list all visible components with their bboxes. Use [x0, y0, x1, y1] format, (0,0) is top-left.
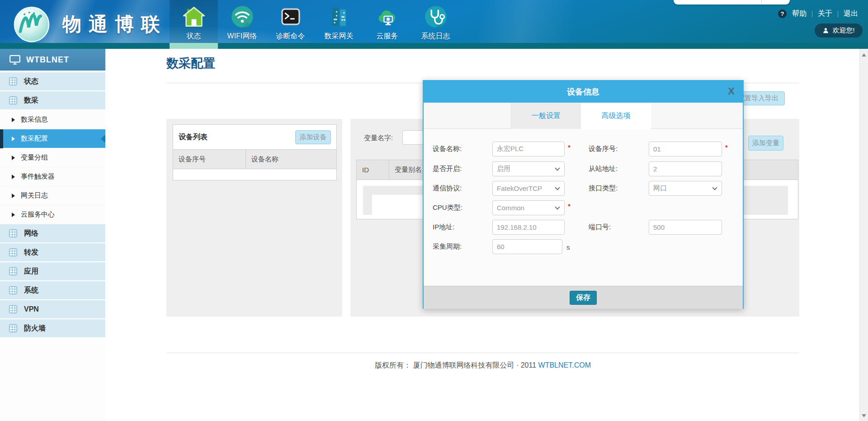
sidebar-item-gateway-logs[interactable]: 网关日志	[0, 186, 105, 205]
nav-item-gateway[interactable]: 数采网关	[315, 0, 363, 43]
sidebar-item-event-triggers[interactable]: 事件触发器	[0, 167, 105, 186]
cpu-type-select[interactable]: Common	[492, 200, 565, 215]
sidebar-item-data-acquisition[interactable]: 数采	[0, 91, 105, 110]
sidebar-item-variable-groups[interactable]: 变量分组	[0, 148, 105, 167]
required-marker: *	[568, 202, 571, 210]
welcome-text: 欢迎您!	[832, 26, 854, 35]
about-link[interactable]: 关于	[818, 9, 832, 19]
sidebar-item-label: 数采	[24, 96, 38, 105]
grid-icon	[8, 95, 18, 105]
form-row-4: CPU类型: Common *	[424, 200, 743, 215]
help-icon[interactable]: ?	[778, 9, 787, 18]
caret-right-icon	[12, 194, 15, 198]
brand-name: 物通博联	[62, 12, 167, 37]
home-icon	[182, 5, 206, 28]
enabled-label: 是否开启:	[433, 165, 462, 173]
tab-general-settings[interactable]: 一般设置	[511, 103, 581, 129]
add-variable-button[interactable]: 添加变量	[748, 136, 783, 151]
ip-address-input[interactable]: 192.168.2.10	[492, 220, 565, 235]
monitor-icon	[9, 54, 21, 66]
header-bottom-band	[0, 43, 868, 49]
scroll-down-arrow-icon[interactable]	[862, 414, 866, 417]
sidebar-item-label: 网关日志	[21, 191, 48, 200]
device-list-panel: 设备列表 添加设备 设备序号 设备名称	[166, 119, 342, 317]
nav-label: 数采网关	[325, 32, 354, 41]
sidebar-item-applications[interactable]: 应用	[0, 262, 105, 281]
save-button[interactable]: 保存	[570, 291, 597, 305]
welcome-badge[interactable]: 欢迎您!	[815, 24, 863, 38]
column-header-device-serial[interactable]: 设备序号	[173, 150, 246, 169]
terminal-icon	[279, 5, 302, 28]
search-popup-divider	[761, 0, 762, 3]
enabled-select[interactable]: 启用	[492, 161, 565, 176]
footer: 版权所有： 厦门物通博联网络科技有限公司 · 2011 WTBLNET.COM	[166, 361, 799, 370]
device-list-card: 设备列表 添加设备 设备序号 设备名称	[173, 124, 337, 180]
form-row-3: 通信协议: FatekOverTCP 接口类型: 网口	[424, 181, 743, 196]
nav-label: 系统日志	[421, 32, 450, 41]
nav-item-wifi[interactable]: WIFI网络	[218, 0, 266, 43]
sidebar-item-firewall[interactable]: 防火墙	[0, 319, 105, 338]
sidebar-item-acq-config[interactable]: 数采配置	[0, 129, 105, 148]
grid-icon	[8, 228, 18, 238]
sidebar-title: WTBLNET	[26, 55, 69, 65]
wtblnet-link[interactable]: WTBLNET.COM	[538, 361, 591, 369]
link-separator	[838, 11, 838, 17]
collect-period-input[interactable]: 60	[492, 239, 562, 254]
device-serial-label: 设备序号:	[589, 145, 618, 153]
protocol-select[interactable]: FatekOverTCP	[492, 181, 565, 196]
protocol-label: 通信协议:	[433, 184, 462, 193]
device-serial-input[interactable]: 01	[649, 142, 722, 156]
tab-advanced-options[interactable]: 高级选项	[581, 103, 651, 129]
interface-type-label: 接口类型:	[589, 184, 618, 193]
nav-item-status[interactable]: 状态	[170, 0, 218, 43]
logout-link[interactable]: 退出	[844, 9, 858, 19]
sidebar-item-label: 防火墙	[24, 324, 46, 333]
device-name-input[interactable]: 永宏PLC	[492, 142, 565, 156]
help-link[interactable]: 帮助	[792, 9, 807, 19]
scroll-up-arrow-icon[interactable]	[862, 53, 866, 57]
interface-type-value: 网口	[653, 184, 667, 193]
grid-icon	[8, 76, 18, 86]
protocol-value: FatekOverTCP	[497, 184, 542, 192]
caret-right-icon	[12, 137, 15, 141]
copyright-text: 版权所有： 厦门物通博联网络科技有限公司 · 2011	[375, 361, 536, 369]
footer-divider	[166, 353, 799, 353]
nav-item-cloud[interactable]: 云服务	[363, 0, 411, 43]
device-table-empty-row	[173, 169, 336, 180]
top-header: 物通博联 状态 WIFI网络	[0, 0, 868, 49]
sidebar-item-status[interactable]: 状态	[0, 72, 105, 91]
sidebar-item-system[interactable]: 系统	[0, 281, 105, 300]
nav-item-syslog[interactable]: 系统日志	[411, 0, 460, 43]
top-links: ? 帮助 关于 退出	[778, 9, 858, 19]
sidebar-header: WTBLNET	[0, 49, 105, 71]
add-device-button[interactable]: 添加设备	[295, 130, 331, 144]
device-table-header: 设备序号 设备名称	[173, 149, 336, 169]
grid-icon	[8, 247, 18, 257]
interface-type-select[interactable]: 网口	[649, 181, 722, 196]
port-input[interactable]: 500	[649, 220, 722, 235]
sidebar-item-forwarding[interactable]: 转发	[0, 243, 105, 262]
modal-footer: 保存	[424, 286, 743, 309]
nav-item-diagnostics[interactable]: 诊断命令	[266, 0, 315, 43]
variable-empty-inner	[372, 195, 427, 218]
slave-address-input[interactable]: 2	[649, 161, 722, 176]
sidebar-item-vpn[interactable]: VPN	[0, 300, 105, 319]
sidebar-item-network[interactable]: 网络	[0, 224, 105, 243]
nav-label: 诊断命令	[276, 32, 305, 41]
globe-logo-icon	[13, 5, 51, 43]
browser-search-popup[interactable]	[674, 0, 790, 5]
sidebar-item-label: 事件触发器	[21, 172, 55, 181]
caret-right-icon	[12, 118, 15, 122]
modal-tabs: 一般设置 高级选项	[424, 103, 743, 129]
sidebar-item-label: 数采配置	[21, 134, 48, 143]
variable-name-label: 变量名字:	[364, 134, 393, 142]
sidebar-item-cloud-center[interactable]: 云服务中心	[0, 205, 105, 224]
sidebar-item-acq-info[interactable]: 数采信息	[0, 110, 105, 129]
column-header-device-name[interactable]: 设备名称	[246, 150, 336, 169]
column-header-id[interactable]: ID	[357, 160, 389, 180]
scrollbar[interactable]	[859, 49, 868, 421]
caret-right-icon	[12, 213, 15, 217]
close-icon[interactable]: X	[728, 85, 735, 97]
chevron-down-icon	[712, 185, 717, 190]
brand-logo: 物通博联	[13, 5, 167, 43]
